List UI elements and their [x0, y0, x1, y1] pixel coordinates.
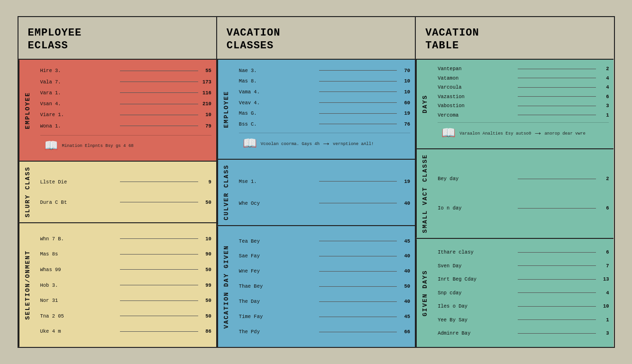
arrow-text: vernptione aAll!: [333, 141, 374, 147]
book-icon: 📖: [441, 126, 456, 142]
row-label: Mse 1.: [239, 179, 317, 184]
section-selection: SELETION/ONMENTWhn 7 B.10Mas 8s90Whas 99…: [18, 223, 216, 347]
row-label: Ithare clasy: [438, 249, 516, 255]
row-value: 10: [399, 89, 410, 95]
row-value: 60: [399, 100, 410, 106]
table-row: Ithare clasy6: [438, 248, 609, 256]
row-label: Whas 99: [40, 267, 119, 273]
info-box: 📖Varaalon Analties Esy autso0→anorop dea…: [438, 122, 609, 145]
row-label: Yee By Say: [438, 317, 516, 323]
row-dash: [120, 254, 198, 255]
row-value: 50: [200, 298, 211, 303]
section-label-selection: SELETION/ONMENT: [18, 223, 36, 347]
row-value: 3: [598, 330, 609, 336]
row-label: Inrt Beg Cday: [438, 276, 516, 282]
table-row: Viare 1.10: [40, 111, 211, 118]
section-label-employee-top: EMPLOYEE: [18, 60, 36, 161]
row-label: The Day: [239, 299, 317, 304]
section-vac-class-b: SMALL VACT CLASSEBey day2Io n day6: [416, 149, 614, 239]
row-dash: [518, 106, 596, 106]
section-label-vacation-top: EMPLOYEE: [217, 60, 234, 159]
row-label: Hire 3.: [40, 68, 119, 73]
row-value: 19: [399, 179, 410, 184]
row-value: 50: [399, 283, 410, 289]
row-dash: [120, 92, 198, 93]
row-dash: [518, 96, 596, 97]
table-row: Vazastion6: [438, 93, 609, 100]
row-value: 4: [598, 84, 609, 90]
row-dash: [518, 87, 596, 88]
row-value: 70: [399, 68, 410, 73]
info-text: Mination Elnpnts Bsy gs 4 68: [62, 143, 134, 149]
row-value: 10: [399, 78, 410, 84]
row-dash: [319, 91, 397, 92]
row-value: 66: [399, 329, 410, 335]
row-dash: [518, 333, 596, 334]
row-value: 19: [399, 110, 410, 116]
row-value: 4: [598, 75, 609, 81]
section-content-employee-top: Hire 3.55Vala 7.173Vara 1.116Vsan 4.210V…: [36, 60, 216, 161]
table-row: Vabostion3: [438, 102, 609, 109]
table-row: Uke 4 m86: [40, 328, 211, 335]
row-dash: [319, 332, 397, 332]
row-label: Vabostion: [438, 103, 516, 109]
row-value: 13: [598, 276, 609, 282]
row-dash: [319, 301, 397, 302]
row-dash: [120, 300, 198, 301]
table-row: Vama 4.10: [239, 88, 410, 96]
section-vacation-top: EMPLOYEENae 3.70Mas 8.10Vama 4.10Veav 4.…: [217, 60, 415, 160]
table-row: Snp cday4: [438, 289, 609, 297]
panel-vacation-table: VACATION TABLEDAYSVantepan2Vatamon4Varco…: [416, 17, 614, 347]
panel-employee-eclass: EMPLOYEE ECLASSEMPLOYEEHire 3.55Vala 7.1…: [18, 17, 217, 347]
row-dash: [518, 78, 596, 78]
row-value: 40: [399, 268, 410, 274]
row-value: 10: [598, 303, 609, 309]
table-row: Bey day2: [438, 175, 609, 182]
row-value: 116: [200, 90, 211, 96]
table-row: Varcoula4: [438, 83, 609, 91]
table-row: Wona 1.79: [40, 122, 211, 130]
section-label-vac-class-b: SMALL VACT CLASSE: [416, 149, 433, 238]
row-value: 210: [200, 101, 211, 107]
table-row: Time Fay45: [239, 313, 410, 320]
table-row: Yee By Say1: [438, 316, 609, 324]
row-value: 6: [598, 205, 609, 211]
row-dash: [120, 331, 198, 332]
panel-body-employee-eclass: EMPLOYEEHire 3.55Vala 7.173Vara 1.116Vsa…: [18, 60, 216, 347]
panel-header-vacation-table: VACATION TABLE: [416, 17, 614, 60]
row-value: 40: [399, 200, 410, 206]
row-dash: [319, 241, 397, 241]
row-label: Vatamon: [438, 75, 516, 81]
table-row: Mas 8s90: [40, 250, 211, 258]
row-label: Snp cday: [438, 290, 516, 296]
row-dash: [319, 113, 397, 114]
section-content-vacation-days: Tea Bey45Sae Fay40Wne Fey40Thae Bey50The…: [234, 226, 415, 347]
panel-body-vacation-classes: EMPLOYEENae 3.70Mas 8.10Vama 4.10Veav 4.…: [217, 60, 415, 347]
row-dash: [319, 181, 397, 182]
row-label: Uke 4 m: [40, 328, 119, 334]
row-label: The Pdy: [239, 329, 317, 335]
row-dash: [120, 316, 198, 316]
section-vacation-days: VACATION DAY GIVENTea Bey45Sae Fay40Wne …: [217, 226, 415, 347]
section-culver-class: Culver CLASSMse 1.19Whe Ocy40: [217, 160, 415, 226]
section-label-culver-class: Culver CLASS: [217, 160, 234, 225]
row-value: 90: [200, 251, 211, 257]
section-label-vacation-days: VACATION DAY GIVEN: [217, 226, 234, 347]
row-value: 10: [200, 236, 211, 242]
row-dash: [120, 115, 198, 115]
row-label: Vsan 4.: [40, 101, 119, 107]
main-container: EMPLOYEE ECLASSEMPLOYEEHire 3.55Vala 7.1…: [18, 16, 615, 348]
row-label: Vantepan: [438, 66, 516, 72]
row-dash: [319, 271, 397, 272]
book-icon: 📖: [243, 136, 257, 152]
row-value: 4: [598, 290, 609, 296]
row-dash: [518, 69, 596, 69]
row-value: 76: [399, 121, 410, 127]
row-value: 50: [200, 200, 211, 205]
row-value: 173: [200, 79, 211, 85]
table-row: Mas G.19: [239, 109, 410, 117]
row-value: 50: [200, 313, 211, 319]
row-dash: [120, 182, 198, 182]
section-content-vacation-top: Nae 3.70Mas 8.10Vama 4.10Veav 4.60Mas G.…: [234, 60, 415, 159]
row-dash: [518, 115, 596, 115]
